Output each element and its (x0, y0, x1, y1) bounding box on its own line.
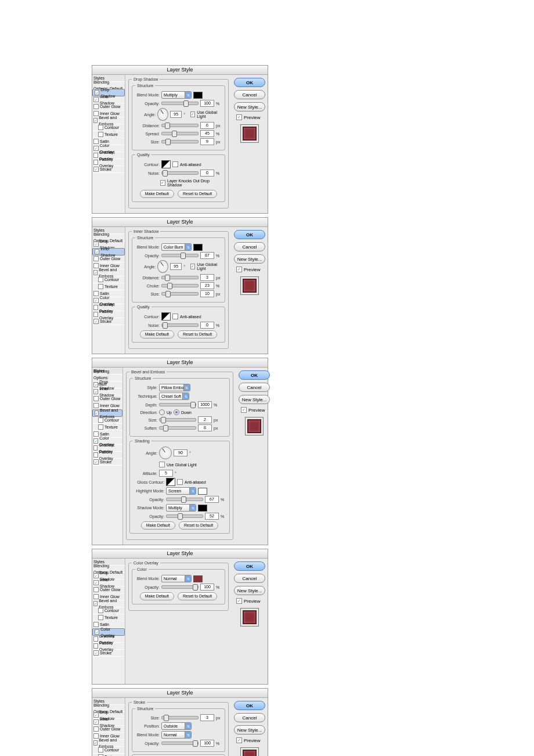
sidebar-item-pattern_overlay[interactable]: Pattern Overlay (92, 643, 125, 650)
sidebar-item-outer_glow[interactable]: Outer Glow (92, 586, 125, 593)
slider-thumb[interactable] (163, 170, 168, 177)
checkbox-gradient_overlay[interactable] (93, 153, 98, 158)
shading-global-checkbox[interactable]: Use Global Light (159, 462, 197, 467)
checkbox-satin[interactable] (93, 139, 99, 144)
direction-up-radio[interactable] (159, 409, 165, 415)
overlay-color-swatch[interactable] (193, 575, 203, 582)
sidebar-item-pattern_overlay[interactable]: Pattern Overlay (92, 311, 125, 318)
preview-checkbox[interactable]: ✓ (236, 737, 242, 743)
checkbox-inner_glow[interactable] (93, 111, 99, 116)
ok-button[interactable]: OK (234, 78, 265, 87)
checkbox-outer_glow[interactable] (93, 726, 99, 732)
slider-thumb[interactable] (165, 275, 170, 281)
anti-aliased-checkbox-box[interactable] (172, 314, 178, 319)
distance-input[interactable]: 6 (200, 122, 214, 129)
shadow-opacity-input[interactable]: 52 (205, 513, 219, 520)
reset-default-button[interactable]: Reset to Default (178, 190, 217, 198)
soften-input[interactable]: 8 (198, 424, 212, 431)
checkbox-texture[interactable] (98, 132, 103, 137)
preview-toggle[interactable]: ✓Preview (234, 598, 260, 604)
use-global-light-checkbox[interactable]: ✓Use Global Light (190, 262, 222, 271)
ok-button[interactable]: OK (234, 230, 265, 239)
new-style-button[interactable]: New Style... (234, 254, 265, 264)
slider-thumb[interactable] (190, 402, 196, 408)
ok-button[interactable]: OK (234, 561, 265, 571)
highlight-swatch[interactable] (198, 488, 207, 495)
anti-aliased-checkbox[interactable]: Anti-aliased (172, 314, 201, 319)
make-default-button[interactable]: Make Default (140, 190, 174, 198)
checkbox-satin[interactable] (93, 291, 99, 296)
sidebar-item-bevel[interactable]: ✓Bevel and Emboss (92, 409, 122, 417)
stroke-opacity-slider[interactable] (161, 741, 199, 745)
checkbox-inner_glow[interactable] (93, 263, 99, 268)
cancel-button[interactable]: Cancel (239, 383, 270, 392)
cancel-button[interactable]: Cancel (234, 574, 265, 583)
highlight-opacity-slider[interactable] (166, 498, 203, 501)
checkbox-bevel[interactable]: ✓ (93, 118, 98, 123)
checkbox-bevel[interactable]: ✓ (95, 411, 99, 416)
checkbox-bevel[interactable]: ✓ (93, 740, 98, 746)
sidebar-item-bevel[interactable]: ✓Bevel and Emboss (92, 740, 125, 747)
shadow-opacity-slider[interactable] (166, 514, 203, 518)
noise-slider[interactable] (161, 323, 199, 327)
checkbox-contour[interactable] (98, 125, 103, 130)
depth-input[interactable]: 1000 (198, 401, 212, 408)
size-input[interactable]: 9 (200, 138, 214, 145)
blend-mode-select[interactable]: Color Burn⇅ (161, 243, 192, 251)
stroke-size-input[interactable]: 3 (200, 714, 214, 721)
sidebar-item-color_overlay[interactable]: ✓Color Overlay (92, 628, 125, 636)
checkbox-drop_shadow[interactable]: ✓ (93, 242, 99, 247)
cancel-button[interactable]: Cancel (234, 713, 265, 722)
anti-aliased-checkbox-box[interactable] (172, 161, 178, 167)
checkbox-inner_glow[interactable] (93, 733, 99, 739)
checkbox-drop_shadow[interactable]: ✓ (95, 90, 99, 95)
preview-checkbox[interactable]: ✓ (236, 267, 242, 272)
blend-mode-select[interactable]: Multiply⇅ (161, 91, 192, 99)
gloss-contour-picker[interactable] (166, 478, 175, 486)
checkbox-stroke[interactable]: ✓ (93, 319, 99, 324)
gloss-anti-checkbox[interactable]: Anti-aliased (177, 479, 206, 485)
size-slider[interactable] (161, 292, 199, 296)
sidebar-item-inner_shadow[interactable]: ✓Inner Shadow (92, 248, 125, 255)
anti-aliased-checkbox[interactable]: Anti-aliased (172, 161, 201, 167)
checkbox-drop_shadow[interactable]: ✓ (93, 712, 99, 718)
soften-slider[interactable] (159, 426, 196, 430)
sidebar-item-outer_glow[interactable]: Outer Glow (92, 103, 125, 110)
sidebar-item-texture[interactable]: Texture (92, 754, 125, 756)
cancel-button[interactable]: Cancel (234, 242, 265, 251)
checkbox-stroke[interactable]: ✓ (93, 459, 99, 465)
make-default-button[interactable]: Make Default (140, 330, 174, 339)
checkbox-outer_glow[interactable] (93, 104, 99, 109)
sidebar-item-drop_shadow[interactable]: ✓Drop Shadow (92, 89, 125, 96)
use-global-light-checkbox-box[interactable]: ✓ (190, 264, 196, 269)
overlay-opacity-slider[interactable] (161, 585, 199, 589)
angle-input[interactable]: 95 (170, 111, 182, 118)
size-slider[interactable] (161, 140, 199, 143)
make-default-button[interactable]: Make Default (141, 521, 175, 530)
depth-slider[interactable] (159, 403, 196, 406)
checkbox-pattern_overlay[interactable] (93, 312, 98, 317)
ok-button[interactable]: OK (234, 701, 265, 710)
sidebar-item-inner_shadow[interactable]: ✓Inner Shadow (92, 579, 125, 586)
blend-color-swatch[interactable] (193, 92, 203, 99)
sidebar-item-texture[interactable]: Texture (92, 131, 125, 138)
use-global-light-checkbox-box[interactable]: ✓ (190, 111, 196, 117)
noise-slider[interactable] (161, 171, 199, 175)
checkbox-satin[interactable] (93, 622, 99, 627)
stroke-blend-select[interactable]: Normal⇅ (161, 731, 192, 739)
sidebar-item-outer_glow[interactable]: Outer Glow (92, 726, 125, 733)
checkbox-inner_shadow[interactable]: ✓ (93, 719, 99, 725)
shading-angle-input[interactable]: 90 (174, 449, 187, 456)
checkbox-texture[interactable] (98, 615, 103, 620)
choke-slider[interactable] (161, 284, 199, 287)
checkbox-satin[interactable] (93, 431, 99, 437)
gloss-anti-checkbox-box[interactable] (177, 479, 183, 485)
stroke-size-slider[interactable] (161, 716, 199, 719)
preview-checkbox[interactable]: ✓ (241, 407, 247, 413)
checkbox-pattern_overlay[interactable] (93, 160, 98, 165)
checkbox-outer_glow[interactable] (93, 587, 99, 592)
checkbox-gradient_overlay[interactable] (93, 636, 98, 642)
checkbox-inner_shadow[interactable]: ✓ (93, 97, 99, 102)
checkbox-inner_glow[interactable] (93, 594, 99, 599)
checkbox-color_overlay[interactable]: ✓ (93, 146, 99, 151)
